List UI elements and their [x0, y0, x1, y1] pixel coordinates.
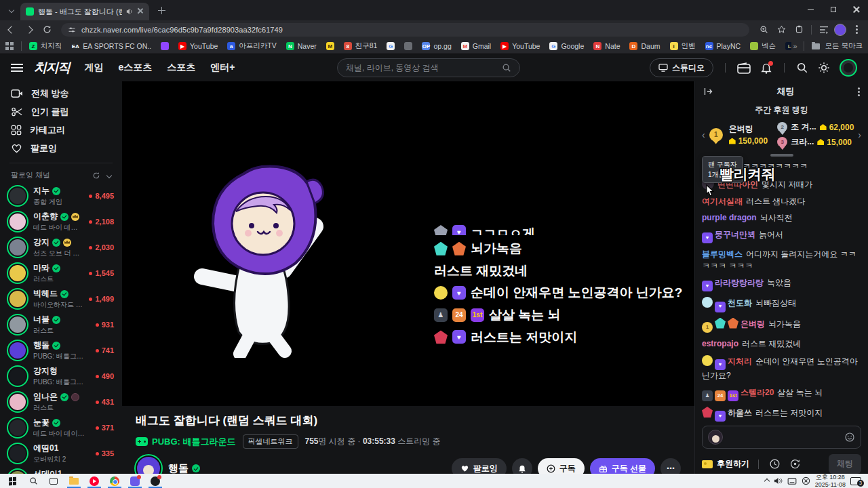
ranking-first[interactable]: 1 은벼링 150,000	[709, 123, 774, 146]
volume-icon[interactable]	[774, 477, 783, 485]
bookmark-item[interactable]: GGoogle	[545, 41, 588, 52]
chzzk-logo[interactable]: 치지직	[34, 59, 70, 77]
followed-channel-row[interactable]: 강지형PUBG: 배틀그라운드490	[0, 363, 122, 389]
chrome-icon[interactable]	[104, 474, 125, 488]
followed-channel-row[interactable]: 너불러스트931	[0, 312, 122, 338]
forward-button[interactable]	[22, 22, 37, 37]
chat-username[interactable]: 스텔라20	[741, 388, 774, 397]
network-disconnected-icon[interactable]	[802, 476, 810, 485]
bookmark-item[interactable]: EAEA SPORTS FC ON..	[67, 41, 155, 52]
hamburger-menu-icon[interactable]	[11, 64, 23, 72]
followed-channel-row[interactable]: 에띰01오버워치 2335	[0, 441, 122, 466]
chat-username[interactable]: 블루밍벡스	[702, 249, 743, 259]
browser-tab[interactable]: 행돌 - 배그도 잘합니다 (랜	[20, 3, 149, 20]
collapse-chevron-icon[interactable]	[106, 172, 112, 178]
search-icon[interactable]	[502, 63, 511, 73]
followed-channel-row[interactable]: 이춘향데드 바이 데이라이트2,108	[0, 209, 122, 235]
mission-icon[interactable]	[768, 458, 781, 471]
followed-channel-row[interactable]: 임나은러스트431	[0, 389, 122, 415]
bookmark-item[interactable]: G	[382, 41, 399, 52]
ranking-scrollbar[interactable]	[770, 154, 793, 157]
bookmark-item[interactable]: 넥슨	[746, 40, 780, 52]
video-player[interactable]: ♥ㄱㄱㅁㅇ게뇌가녹음러스트 재밌겄네♥순데이 안재우면 노인공격아 닌가요?♟2…	[122, 81, 694, 406]
file-explorer-icon[interactable]	[64, 474, 84, 488]
window-maximize-button[interactable]	[822, 0, 845, 19]
bookmark-item[interactable]: MGmail	[457, 41, 495, 52]
apps-grid-icon[interactable]	[5, 42, 14, 50]
search-input[interactable]: 채널, 라이브, 동영상 검색	[337, 58, 520, 77]
window-close-button[interactable]	[845, 0, 868, 19]
theme-sun-icon[interactable]	[818, 62, 830, 74]
streamer-name[interactable]: 행돌	[168, 462, 200, 475]
discord-icon[interactable]	[125, 474, 145, 488]
chat-username[interactable]: 뭉꾸너만뵈	[715, 230, 755, 239]
bookmark-star-icon[interactable]	[774, 22, 789, 37]
donate-button[interactable]: 후원하기	[702, 458, 749, 470]
bookmark-item[interactable]: 8친구81	[340, 40, 382, 52]
reload-button[interactable]	[39, 22, 54, 37]
zoom-icon[interactable]	[756, 22, 771, 37]
side-panel-icon[interactable]	[816, 22, 831, 37]
followed-channel-row[interactable]: 행돌PUBG: 배틀그라운드741	[0, 338, 122, 363]
chat-username[interactable]: 지처리	[728, 357, 752, 366]
tab-close-icon[interactable]	[137, 8, 144, 15]
refresh-icon[interactable]	[92, 171, 100, 180]
youtube-music-icon[interactable]	[84, 474, 104, 488]
chat-input-box[interactable]	[702, 426, 861, 449]
chat-username[interactable]: 은벼링	[741, 319, 765, 329]
chat-username[interactable]: purple dragon	[702, 213, 757, 222]
followed-channel-row[interactable]: 강지선즈 오브 더 포레스트2,030	[0, 235, 122, 260]
bookmark-item[interactable]: ▶YouTube	[174, 41, 222, 52]
followed-channel-row[interactable]: 선데이1러스트157	[0, 466, 122, 474]
all-bookmarks-label[interactable]: 모든 북마크	[825, 41, 863, 51]
ranking-third[interactable]: 3 크라... 15,000	[777, 136, 854, 148]
wallet-icon[interactable]	[737, 62, 751, 74]
sidebar-item-all-streams[interactable]: 전체 방송	[0, 84, 122, 102]
chat-send-button[interactable]: 채팅	[829, 454, 861, 474]
browser-menu-icon[interactable]	[849, 22, 864, 37]
chat-username[interactable]: estropajo	[702, 339, 738, 348]
chat-input[interactable]	[728, 426, 839, 448]
bookmark-item[interactable]: a아프리카TV	[223, 40, 280, 52]
ranking-prev-icon[interactable]: ‹	[702, 129, 705, 140]
followed-channel-row[interactable]: 빅헤드바이오하자드 RE:41,499	[0, 286, 122, 312]
nav-esports[interactable]: e스포츠	[119, 62, 153, 74]
chat-username[interactable]: 천도화	[728, 298, 752, 308]
ranking-second[interactable]: 2 조 겨... 62,000	[777, 121, 854, 133]
tray-expand-icon[interactable]	[764, 478, 769, 483]
sidebar-item-following[interactable]: 팔로잉	[0, 139, 122, 157]
windows-start-button[interactable]	[3, 474, 23, 488]
extensions-icon[interactable]	[791, 22, 806, 37]
tab-search-button[interactable]	[4, 3, 19, 18]
followed-channel-row[interactable]: 지누종합 게임8,495	[0, 183, 122, 209]
nav-enter[interactable]: 엔터+	[210, 62, 235, 74]
bookmark-item[interactable]: OPop.gg	[418, 41, 455, 52]
action-center-icon[interactable]: 3	[850, 477, 861, 485]
app-notification-icon[interactable]	[145, 474, 165, 488]
url-bar[interactable]: chzzk.naver.com/live/6cac96d5c9b7a9fd289…	[61, 23, 749, 37]
browser-profile-avatar[interactable]	[834, 24, 846, 36]
bookmark-item[interactable]: LLOL	[781, 41, 791, 52]
stream-tag[interactable]: 픽셀네트워크	[243, 434, 298, 449]
bookmark-item[interactable]: NNaver	[282, 41, 321, 52]
window-minimize-button[interactable]	[799, 0, 822, 19]
bookmark-item[interactable]: NNate	[589, 41, 624, 52]
collapse-panel-icon[interactable]	[703, 87, 713, 96]
nav-game[interactable]: 게임	[85, 62, 104, 74]
taskbar-clock[interactable]: 오후 10:28 2025-11-08	[815, 474, 846, 488]
bookmark-item[interactable]: DDaum	[625, 41, 664, 52]
chat-username[interactable]: 라라랑랑라랑	[715, 278, 764, 287]
bookmark-item[interactable]: i인벤	[666, 40, 700, 52]
notifications-bell-icon[interactable]	[760, 62, 772, 74]
bookmark-item[interactable]: ▶YouTube	[496, 41, 544, 52]
task-view-button[interactable]	[43, 474, 64, 488]
bookmark-item[interactable]	[400, 41, 416, 52]
emoji-smiley-icon[interactable]	[844, 432, 855, 443]
overflow-chevron-icon[interactable]: »	[793, 42, 795, 50]
ranking-next-icon[interactable]: ›	[858, 129, 861, 140]
back-button[interactable]	[4, 22, 19, 37]
taskbar-search-button[interactable]	[23, 474, 43, 488]
stream-category[interactable]: PUBG: 배틀그라운드	[136, 436, 236, 448]
bookmark-item[interactable]: M	[322, 41, 338, 52]
sidebar-item-categories[interactable]: 카테고리	[0, 121, 122, 139]
